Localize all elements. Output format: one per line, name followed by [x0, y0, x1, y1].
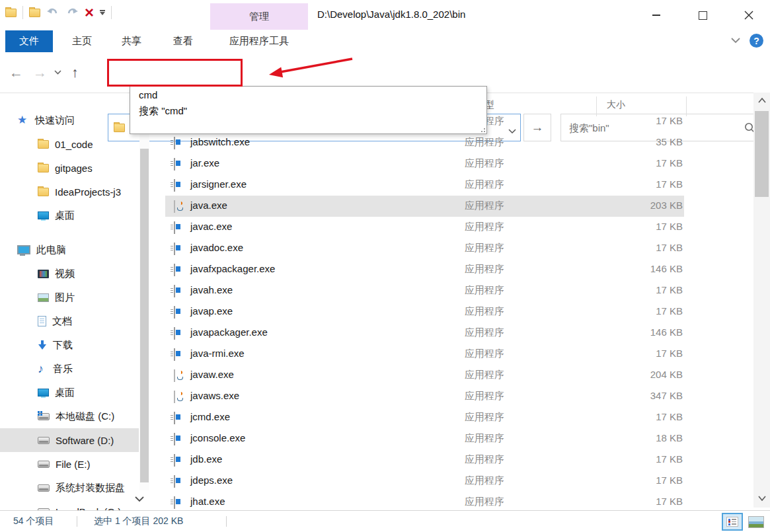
- tab-share[interactable]: 共享: [110, 30, 153, 52]
- back-icon[interactable]: ←: [9, 63, 23, 82]
- address-suggestion-dropdown: cmd 搜索 "cmd": [130, 86, 487, 134]
- table-row[interactable]: javapackager.exe应用程序146 KB: [150, 323, 753, 344]
- resize-grip-icon[interactable]: [484, 131, 485, 132]
- table-row[interactable]: jhat.exe应用程序17 KB: [150, 492, 753, 510]
- table-row[interactable]: javadoc.exe应用程序17 KB: [150, 238, 753, 259]
- table-row[interactable]: jar.exe应用程序17 KB: [150, 153, 753, 174]
- table-row[interactable]: jdeps.exe应用程序17 KB: [150, 471, 753, 492]
- disk-icon: [38, 484, 50, 492]
- file-name: javadoc.exe: [190, 242, 243, 253]
- sidebar-section-label: 此电脑: [36, 244, 66, 256]
- ribbon-collapse-icon[interactable]: [731, 38, 740, 44]
- sidebar-item-label: 文档: [52, 315, 72, 328]
- help-icon[interactable]: ?: [750, 34, 763, 48]
- up-icon[interactable]: ↑: [71, 63, 79, 82]
- table-row[interactable]: javafxpackager.exe应用程序146 KB: [150, 259, 753, 280]
- delete-icon[interactable]: ×: [85, 6, 94, 19]
- sidebar-item-label: File (E:): [56, 459, 91, 470]
- sidebar-scroll-down-icon[interactable]: [130, 490, 149, 508]
- sidebar-item[interactable]: 视频: [0, 262, 139, 285]
- table-row[interactable]: jcmd.exe应用程序17 KB: [150, 407, 753, 428]
- sidebar-item[interactable]: 桌面: [0, 204, 139, 227]
- quick-access-star-icon: [17, 114, 29, 127]
- sidebar-section-label: 快速访问: [35, 114, 75, 127]
- file-size: 17 KB: [656, 178, 683, 190]
- scroll-down-icon[interactable]: [753, 490, 770, 506]
- sidebar-item[interactable]: 音乐: [0, 357, 139, 381]
- table-row[interactable]: javap.exe应用程序17 KB: [150, 301, 753, 323]
- tab-file[interactable]: 文件: [5, 30, 53, 52]
- table-row[interactable]: jabswitch.exe应用程序35 KB: [150, 132, 753, 153]
- divider: [22, 6, 23, 19]
- sidebar-item[interactable]: 系统封装数据盘: [0, 476, 139, 500]
- file-name: jar.exe: [190, 157, 219, 169]
- table-row[interactable]: jdb.exe应用程序17 KB: [150, 449, 753, 471]
- table-row[interactable]: javah.exe应用程序17 KB: [150, 280, 753, 301]
- table-row[interactable]: jarsigner.exe应用程序17 KB: [150, 174, 753, 196]
- maximize-button[interactable]: [693, 9, 712, 21]
- table-row[interactable]: javaws.exe应用程序347 KB: [150, 386, 753, 407]
- sidebar-item[interactable]: 01_code: [0, 132, 139, 156]
- sidebar-item[interactable]: 下载: [0, 333, 139, 357]
- tab-view[interactable]: 查看: [161, 30, 205, 52]
- sidebar-item-label: 系统封装数据盘: [56, 482, 125, 494]
- table-row[interactable]: jconsole.exe应用程序18 KB: [150, 428, 753, 449]
- folder-icon: [38, 140, 49, 149]
- sidebar-item[interactable]: 图片: [0, 285, 139, 309]
- sidebar-scrollbar[interactable]: [139, 93, 149, 508]
- file-type: 应用程序: [465, 200, 504, 212]
- tab-home[interactable]: 主页: [59, 30, 104, 52]
- forward-icon[interactable]: →: [33, 63, 47, 82]
- sidebar-section-1[interactable]: 此电脑: [0, 238, 139, 262]
- file-type: 应用程序: [465, 136, 504, 149]
- sidebar-item[interactable]: File (E:): [0, 452, 139, 476]
- sidebar-item[interactable]: LocalBack (G:): [0, 500, 139, 510]
- minimize-button[interactable]: [646, 9, 666, 21]
- sidebar-item[interactable]: IdeaProjects-j3: [0, 180, 139, 204]
- sidebar-scrollbar-thumb[interactable]: [140, 149, 149, 482]
- exe-file-icon: [174, 221, 175, 234]
- table-row[interactable]: java-rmi.exe应用程序17 KB: [150, 344, 753, 365]
- table-row[interactable]: javaw.exe应用程序204 KB: [150, 365, 753, 386]
- sidebar-item[interactable]: 桌面: [0, 381, 139, 404]
- sidebar-tree: 快速访问01_codegitpagesIdeaProjects-j3桌面此电脑视…: [0, 93, 139, 510]
- list-scrollbar[interactable]: [753, 93, 770, 508]
- suggestion-item[interactable]: cmd: [130, 87, 486, 103]
- exe-file-icon: [174, 179, 175, 192]
- sidebar-item[interactable]: 文档: [0, 309, 139, 333]
- file-name: javafxpackager.exe: [190, 263, 275, 274]
- column-header-size[interactable]: 大小: [607, 99, 625, 111]
- sidebar-item[interactable]: Software (D:): [0, 428, 139, 452]
- table-row[interactable]: java.exe应用程序203 KB: [150, 196, 753, 217]
- file-size: 18 KB: [656, 432, 683, 443]
- file-list-body: 应用程序 17 KB jabswitch.exe应用程序35 KBjar.exe…: [150, 111, 753, 510]
- file-name: java-rmi.exe: [190, 348, 245, 359]
- recent-locations-icon[interactable]: [54, 70, 61, 75]
- file-size: 17 KB: [656, 305, 683, 317]
- file-type: 应用程序: [465, 475, 504, 487]
- redo-icon[interactable]: [65, 7, 79, 18]
- undo-icon[interactable]: [46, 7, 59, 18]
- suggestion-item[interactable]: 搜索 "cmd": [130, 103, 486, 120]
- sidebar-item-label: 桌面: [55, 387, 75, 399]
- disk-windows-icon: [38, 413, 50, 420]
- table-row[interactable]: javac.exe应用程序17 KB: [150, 217, 753, 238]
- new-folder-icon[interactable]: [29, 9, 40, 17]
- details-view-button[interactable]: [722, 513, 743, 531]
- file-name: javaws.exe: [190, 390, 239, 401]
- thumbnail-view-button[interactable]: [746, 513, 767, 531]
- close-button[interactable]: [739, 9, 759, 21]
- sidebar-item-label: 视频: [55, 268, 75, 280]
- sidebar-item[interactable]: gitpages: [0, 156, 139, 180]
- customize-qat-icon[interactable]: [100, 10, 105, 15]
- file-type: 应用程序: [465, 432, 504, 445]
- tab-app-tools[interactable]: 应用程序工具: [210, 30, 308, 52]
- scroll-up-icon[interactable]: [753, 93, 770, 108]
- sidebar-item-label: gitpages: [55, 163, 93, 174]
- file-size: 146 KB: [650, 326, 683, 338]
- sidebar-item[interactable]: 本地磁盘 (C:): [0, 404, 139, 428]
- app-folder-icon: [5, 9, 17, 17]
- sidebar-section-0[interactable]: 快速访问: [0, 108, 139, 132]
- file-type: 应用程序: [465, 221, 504, 233]
- list-scrollbar-thumb[interactable]: [755, 111, 769, 197]
